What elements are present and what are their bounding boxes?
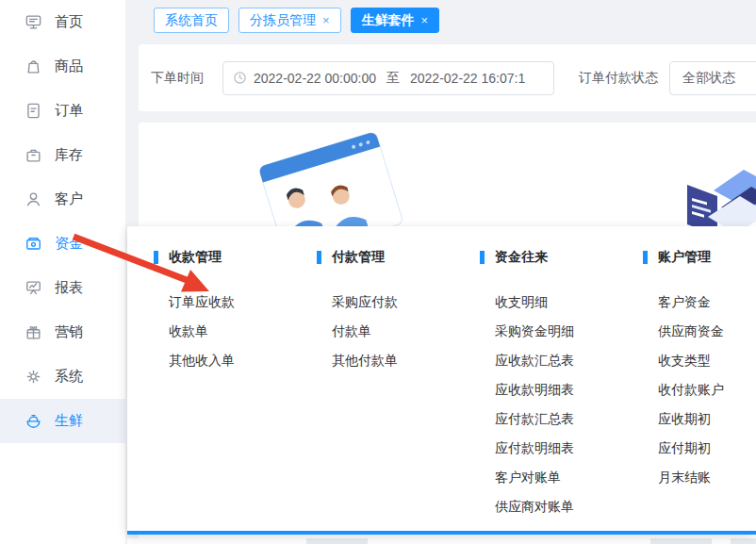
- menu-item[interactable]: 客户资金: [658, 288, 756, 317]
- sidebar-item-inventory[interactable]: 库存: [0, 133, 125, 177]
- menu-column-fund-flows: 资金往来收支明细采购资金明细应收款汇总表应收款明细表应付款汇总表应付款明细表客户…: [480, 249, 640, 521]
- customers-icon: [25, 190, 42, 208]
- tab-close-icon[interactable]: ×: [421, 14, 429, 26]
- funds-mega-menu: 收款管理订单应收款收款单其他收入单付款管理采购应付款付款单其他付款单资金往来收支…: [127, 226, 756, 535]
- menu-item[interactable]: 客户对账单: [495, 463, 640, 492]
- sidebar-item-label: 营销: [55, 323, 83, 341]
- menu-item[interactable]: 收支明细: [495, 288, 640, 317]
- system-icon: [25, 368, 42, 386]
- menu-column-header: 账户管理: [643, 249, 756, 266]
- sidebar-item-label: 报表: [55, 279, 83, 297]
- sidebar: 首页商品订单库存客户资金报表营销系统生鲜: [0, 0, 125, 544]
- menu-column-title: 资金往来: [495, 249, 548, 266]
- sidebar-item-label: 生鲜: [55, 412, 83, 430]
- menu-column-header: 资金往来: [480, 249, 640, 266]
- menu-column-header: 付款管理: [317, 249, 477, 266]
- sidebar-item-home[interactable]: 首页: [0, 0, 125, 44]
- sidebar-item-label: 资金: [55, 235, 83, 253]
- menu-item[interactable]: 供应商对账单: [495, 492, 640, 521]
- menu-item[interactable]: 应付期初: [658, 434, 756, 463]
- menu-item-list: 收支明细采购资金明细应收款汇总表应收款明细表应付款汇总表应付款明细表客户对账单供…: [480, 288, 640, 521]
- blue-bullet-icon: [317, 251, 321, 264]
- tab-system-home[interactable]: 系统首页: [154, 8, 229, 33]
- payment-status-value: 全部状态: [682, 70, 735, 87]
- menu-item[interactable]: 应收期初: [658, 404, 756, 434]
- sidebar-item-label: 客户: [55, 190, 83, 208]
- date-end-value: 2022-02-22 16:07:1: [410, 71, 525, 86]
- sidebar-item-label: 系统: [55, 368, 83, 386]
- sidebar-item-label: 首页: [55, 13, 83, 31]
- tab-fresh-suite[interactable]: 生鲜套件×: [351, 8, 440, 33]
- menu-item[interactable]: 收款单: [169, 317, 314, 346]
- menu-item[interactable]: 应付款明细表: [495, 434, 640, 463]
- menu-item[interactable]: 采购应付款: [332, 288, 477, 317]
- menu-item-list: 客户资金供应商资金收支类型收付款账户应收期初应付期初月末结账: [643, 288, 756, 492]
- tab-label: 系统首页: [165, 12, 218, 29]
- sidebar-item-label: 商品: [55, 58, 83, 75]
- menu-column-header: 收款管理: [154, 249, 314, 266]
- menu-column-account-manage: 账户管理客户资金供应商资金收支类型收付款账户应收期初应付期初月末结账: [643, 249, 756, 492]
- menu-column-title: 账户管理: [658, 249, 711, 266]
- sidebar-item-label: 库存: [55, 146, 83, 164]
- marketing-icon: [25, 323, 42, 341]
- menu-item[interactable]: 应付款汇总表: [495, 404, 640, 434]
- goods-icon: [25, 58, 42, 75]
- background-block: [650, 538, 712, 544]
- menu-item[interactable]: 收付款账户: [658, 375, 756, 404]
- date-separator: 至: [383, 70, 403, 87]
- filter-card: 下单时间 2022-02-22 00:00:00 至 2022-02-22 16…: [139, 44, 756, 111]
- illustration-documents: [685, 158, 756, 236]
- sidebar-item-orders[interactable]: 订单: [0, 89, 125, 133]
- sidebar-item-funds[interactable]: 资金: [0, 222, 125, 266]
- sidebar-item-label: 订单: [55, 102, 83, 120]
- sidebar-item-reports[interactable]: 报表: [0, 266, 125, 310]
- order-time-label: 下单时间: [151, 70, 204, 87]
- blue-bullet-icon: [480, 251, 485, 264]
- menu-item[interactable]: 应收款明细表: [495, 375, 640, 404]
- date-range-input[interactable]: 2022-02-22 00:00:00 至 2022-02-22 16:07:1: [222, 61, 554, 95]
- page-behind-sliver: [127, 538, 756, 544]
- menu-item[interactable]: 采购资金明细: [495, 317, 640, 346]
- menu-item-list: 采购应付款付款单其他付款单: [317, 288, 477, 375]
- menu-item[interactable]: 收支类型: [658, 346, 756, 375]
- inventory-icon: [25, 146, 42, 164]
- menu-item-list: 订单应收款收款单其他收入单: [154, 288, 314, 375]
- menu-column-payment-manage: 付款管理采购应付款付款单其他付款单: [317, 249, 477, 375]
- tab-close-icon[interactable]: ×: [322, 14, 330, 26]
- payment-status-label: 订单付款状态: [579, 70, 658, 87]
- tab-label: 分拣员管理: [250, 12, 316, 29]
- menu-column-title: 付款管理: [332, 249, 385, 266]
- sidebar-item-system[interactable]: 系统: [0, 354, 125, 399]
- menu-column-receipt-manage: 收款管理订单应收款收款单其他收入单: [154, 249, 314, 375]
- date-start-value: 2022-02-22 00:00:00: [254, 71, 376, 86]
- background-block: [306, 538, 368, 544]
- payment-status-select[interactable]: 全部状态: [669, 61, 756, 95]
- menu-item[interactable]: 供应商资金: [658, 317, 756, 346]
- orders-icon: [25, 102, 42, 120]
- menu-item[interactable]: 其他付款单: [332, 346, 477, 375]
- sidebar-item-customers[interactable]: 客户: [0, 177, 125, 222]
- tab-sorter-manage[interactable]: 分拣员管理×: [238, 8, 341, 33]
- menu-item[interactable]: 付款单: [332, 317, 477, 346]
- funds-icon: [25, 235, 42, 253]
- menu-item[interactable]: 订单应收款: [169, 288, 314, 317]
- menu-column-title: 收款管理: [169, 249, 222, 266]
- reports-icon: [25, 279, 42, 297]
- tab-bar: 系统首页分拣员管理×生鲜套件×: [154, 8, 439, 33]
- sidebar-item-goods[interactable]: 商品: [0, 44, 125, 89]
- sidebar-item-fresh[interactable]: 生鲜: [0, 399, 125, 443]
- clock-icon: [233, 71, 247, 85]
- menu-item[interactable]: 应收款汇总表: [495, 346, 640, 375]
- tab-label: 生鲜套件: [362, 12, 415, 29]
- menu-item[interactable]: 月末结账: [658, 463, 756, 492]
- blue-bullet-icon: [643, 251, 648, 264]
- background-block: [731, 538, 756, 544]
- menu-item[interactable]: 其他收入单: [169, 346, 314, 375]
- sidebar-item-marketing[interactable]: 营销: [0, 310, 125, 354]
- fresh-icon: [25, 412, 42, 430]
- blue-bullet-icon: [154, 251, 158, 264]
- home-icon: [25, 13, 42, 31]
